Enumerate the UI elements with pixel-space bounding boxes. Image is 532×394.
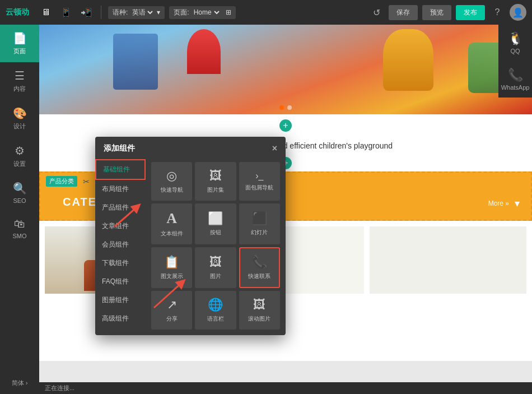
page-dropdown[interactable]: Home (192, 8, 221, 17)
save-button[interactable]: 保存 (389, 5, 418, 20)
dot-1[interactable] (279, 105, 284, 110)
dialog-body: 基础组件 布局组件 产品组件 文章组件 会员组件 下载组件 FAQ组件 图册组件… (95, 156, 286, 335)
sidebar-item-smo[interactable]: 🛍 SMO (0, 211, 39, 246)
component-breadcrumb[interactable]: ›_ 面包屑导航 (239, 162, 280, 201)
main-layout: 📄 页面 ☰ 内容 🎨 设计 ⚙ 设置 🔍 SEO 🛍 SMO 简体 › (0, 25, 532, 394)
right-panel-qq[interactable]: 🐧 QQ (498, 25, 532, 61)
slideshow-icon: ⬛ (252, 211, 267, 226)
qq-label: QQ (510, 48, 520, 54)
more-btn[interactable]: More » (488, 200, 509, 207)
component-language-bar[interactable]: 🌐 语言栏 (195, 291, 236, 330)
dialog-cat-member[interactable]: 会员组件 (95, 235, 146, 254)
button-icon: ⬜ (208, 211, 223, 226)
imgtext-icon: 📋 (164, 255, 179, 270)
section-label: 产品分类 (46, 176, 77, 187)
right-panel: 🐧 QQ 📞 WhatsApp (498, 25, 532, 98)
dialog-cat-gallery[interactable]: 图册组件 (95, 291, 146, 309)
dialog-cat-faq[interactable]: FAQ组件 (95, 272, 146, 291)
grid-icon: ⊞ (226, 8, 231, 16)
component-quick-contact[interactable]: 📞 快速联系 (239, 247, 280, 288)
component-quick-nav[interactable]: ◎ 快速导航 (151, 162, 192, 201)
component-scroll-img[interactable]: 🖼 滚动图片 (239, 291, 280, 330)
add-section-area-1: + (39, 114, 532, 137)
status-text: 正在连接... (45, 384, 74, 391)
product-card-3 (370, 226, 526, 294)
logo: 云顿动 (6, 7, 29, 17)
breadcrumb-icon: ›_ (255, 171, 263, 181)
component-image[interactable]: 🖼 图片 (195, 247, 236, 288)
component-share[interactable]: ↗ 分享 (151, 291, 192, 330)
sidebar-item-content[interactable]: ☰ 内容 (0, 62, 39, 100)
dialog-category-list: 基础组件 布局组件 产品组件 文章组件 会员组件 下载组件 FAQ组件 图册组件… (95, 156, 146, 335)
whatsapp-label: WhatsApp (501, 84, 530, 91)
hero-section (39, 25, 532, 114)
dialog-cat-article[interactable]: 文章组件 (95, 217, 146, 235)
dialog-component-grid: ◎ 快速导航 🖼 图片集 ›_ 面包屑导航 A 文本组件 (146, 156, 286, 335)
separator-1 (101, 6, 101, 19)
quick-contact-icon: 📞 (252, 255, 267, 270)
dialog-cat-basic[interactable]: 基础组件 (95, 159, 146, 180)
whatsapp-icon: 📞 (508, 68, 523, 82)
seo-icon: 🔍 (13, 182, 27, 195)
undo-btn[interactable]: ↺ (368, 4, 384, 20)
language-dropdown[interactable]: 英语 (130, 8, 155, 17)
preview-button[interactable]: 预览 (422, 5, 451, 20)
dialog-close-btn[interactable]: × (272, 143, 277, 154)
sidebar-item-design[interactable]: 🎨 设计 (0, 100, 39, 137)
dialog-cat-download[interactable]: 下载组件 (95, 254, 146, 272)
publish-button[interactable]: 发布 (456, 5, 485, 20)
dialog-header: 添加组件 × (95, 137, 286, 156)
view-desktop-btn[interactable]: 🖥 (38, 4, 54, 20)
page-select[interactable]: 页面: Home ⊞ (169, 6, 235, 19)
cut-tool[interactable]: ✂ (81, 176, 92, 187)
dots-nav (279, 105, 292, 110)
view-tablet-btn[interactable]: 📱 (58, 4, 74, 20)
sidebar-item-pages[interactable]: 📄 页面 (0, 25, 39, 62)
language-select[interactable]: 语种: 英语 ▾ (108, 6, 165, 19)
quick-nav-icon: ◎ (166, 169, 177, 183)
dialog-cat-advanced[interactable]: 高级组件 (95, 309, 146, 328)
component-imgtext[interactable]: 📋 图文展示 (151, 247, 192, 288)
scroll-img-icon: 🖼 (253, 298, 265, 312)
component-button[interactable]: ⬜ 按钮 (195, 203, 236, 244)
help-btn[interactable]: ? (489, 4, 505, 20)
dot-2[interactable] (287, 105, 292, 110)
dialog-cat-layout[interactable]: 布局组件 (95, 180, 146, 198)
view-mobile-btn[interactable]: 📲 (78, 4, 94, 20)
qq-icon: 🐧 (508, 31, 523, 46)
smo-icon: 🛍 (14, 217, 25, 230)
component-gallery[interactable]: 🖼 图片集 (195, 162, 236, 201)
gallery-icon: 🖼 (209, 169, 222, 183)
text-icon: A (166, 210, 177, 227)
pages-icon: 📄 (13, 31, 27, 45)
status-bar: 正在连接... (39, 382, 532, 394)
image-icon: 🖼 (209, 255, 222, 270)
add-component-dialog: 添加组件 × 基础组件 布局组件 产品组件 文章组件 会员组件 下载组件 FAQ… (95, 137, 286, 335)
sidebar-item-seo[interactable]: 🔍 SEO (0, 175, 39, 211)
left-sidebar: 📄 页面 ☰ 内容 🎨 设计 ⚙ 设置 🔍 SEO 🛍 SMO 简体 › (0, 25, 39, 394)
share-icon: ↗ (167, 298, 177, 312)
component-text[interactable]: A 文本组件 (151, 203, 192, 244)
add-section-btn-1[interactable]: + (279, 119, 292, 132)
right-panel-whatsapp[interactable]: 📞 WhatsApp (498, 61, 532, 98)
dialog-cat-product[interactable]: 产品组件 (95, 198, 146, 217)
dialog-title: 添加组件 (104, 143, 135, 154)
avatar[interactable]: 👤 (510, 4, 526, 21)
chevron-down-icon: ▾ (157, 8, 160, 16)
canvas-area[interactable]: + To create educational, safe and effici… (39, 25, 532, 394)
toolbar-actions: ↺ 保存 预览 发布 ? 👤 (368, 4, 526, 21)
design-icon: 🎨 (13, 106, 27, 120)
toolbar: 云顿动 🖥 📱 📲 语种: 英语 ▾ 页面: Home ⊞ ↺ 保存 预览 发布… (0, 0, 532, 25)
page-label: 页面: (174, 8, 189, 17)
sidebar-item-simplebody[interactable]: 简体 › (0, 372, 39, 394)
settings-icon: ⚙ (15, 144, 25, 157)
sidebar-item-settings[interactable]: ⚙ 设置 (0, 137, 39, 175)
language-label: 语种: (113, 8, 128, 17)
language-bar-icon: 🌐 (208, 298, 223, 312)
chevron-down-section[interactable]: ▾ (515, 197, 520, 210)
content-icon: ☰ (15, 69, 25, 82)
component-slideshow[interactable]: ⬛ 幻灯片 (239, 203, 280, 244)
